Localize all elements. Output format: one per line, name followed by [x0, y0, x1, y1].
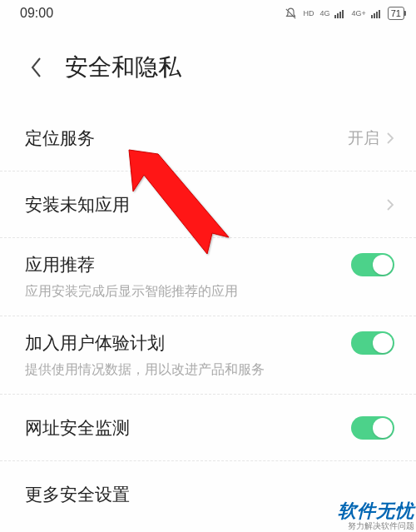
- chevron-right-icon: [386, 132, 394, 145]
- toggle-app-recommend[interactable]: [351, 253, 394, 276]
- battery-indicator: 71: [388, 7, 404, 20]
- row-description: 提供使用情况数据，用以改进产品和服务: [25, 361, 394, 379]
- row-url-safety-check[interactable]: 网址安全监测: [0, 395, 416, 461]
- notification-mute-icon: [284, 7, 298, 21]
- watermark: 软件无忧 努力解决软件问题: [338, 501, 414, 530]
- row-label: 安装未知应用: [25, 193, 130, 216]
- svg-rect-7: [379, 10, 380, 18]
- svg-rect-6: [376, 12, 378, 18]
- status-bar: 09:00 HD 4G 4G+ 71: [0, 0, 416, 27]
- status-right: HD 4G 4G+ 71: [284, 7, 404, 21]
- back-icon[interactable]: [30, 57, 43, 78]
- row-label: 定位服务: [25, 127, 95, 150]
- signal-bars-icon-2: [371, 8, 383, 18]
- row-label: 加入用户体验计划: [25, 331, 165, 355]
- row-app-recommend[interactable]: 应用推荐 应用安装完成后显示智能推荐的应用: [0, 238, 416, 316]
- toggle-url-safety[interactable]: [351, 416, 394, 440]
- row-label: 更多安全设置: [25, 483, 130, 506]
- svg-rect-1: [337, 13, 339, 18]
- svg-rect-5: [374, 13, 375, 18]
- svg-rect-0: [334, 15, 336, 18]
- row-description: 应用安装完成后显示智能推荐的应用: [25, 283, 394, 301]
- row-install-unknown-apps[interactable]: 安装未知应用: [0, 172, 416, 238]
- page-header: 安全和隐私: [0, 27, 416, 105]
- signal-4g-label: 4G: [319, 9, 329, 17]
- battery-level: 71: [391, 8, 401, 18]
- svg-rect-4: [371, 15, 373, 18]
- status-time: 09:00: [20, 6, 53, 21]
- row-label: 网址安全监测: [25, 416, 130, 440]
- signal-4gplus-label: 4G+: [351, 9, 365, 17]
- page-title: 安全和隐私: [65, 52, 181, 83]
- signal-hd-label: HD: [303, 9, 314, 17]
- watermark-brand: 软件无忧: [338, 501, 414, 521]
- row-location-services[interactable]: 定位服务 开启: [0, 105, 416, 172]
- row-value: 开启: [348, 127, 379, 149]
- toggle-ux-plan[interactable]: [351, 331, 394, 355]
- row-label: 应用推荐: [25, 253, 95, 276]
- svg-rect-3: [342, 10, 344, 18]
- watermark-slogan: 努力解决软件问题: [338, 521, 414, 530]
- chevron-right-icon: [386, 198, 394, 211]
- row-user-experience-plan[interactable]: 加入用户体验计划 提供使用情况数据，用以改进产品和服务: [0, 316, 416, 395]
- svg-rect-2: [339, 12, 341, 18]
- signal-bars-icon: [334, 8, 346, 18]
